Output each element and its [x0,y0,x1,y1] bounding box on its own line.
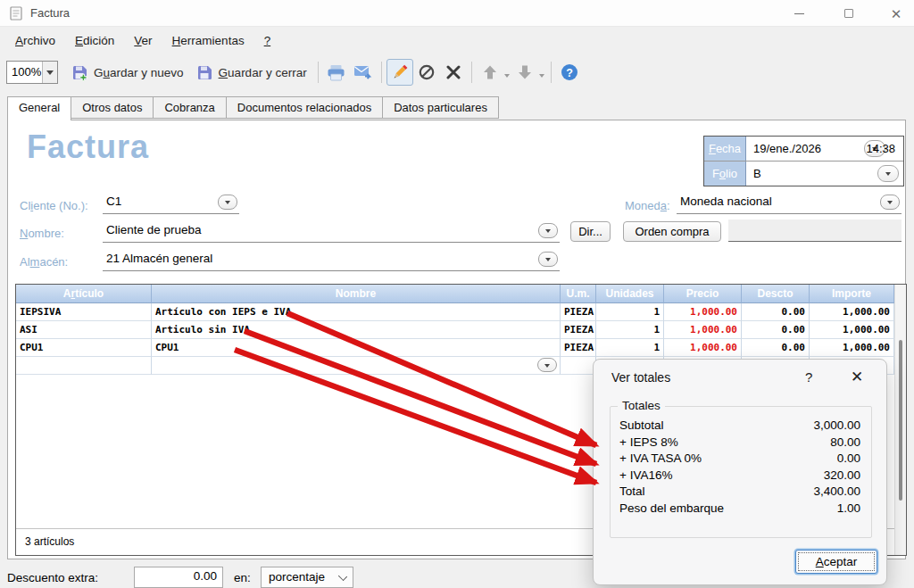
cliente-dropdown-button[interactable] [218,195,237,210]
fecha-field[interactable]: 19/ene./2026 14:38 [746,137,903,161]
cell-nombre[interactable]: Artículo con IEPS e IVA [152,303,561,321]
cell-importe[interactable]: 1,000.00 [810,303,894,321]
edit-pencil-icon [391,63,409,81]
nombre-field[interactable]: Cliente de prueba [103,219,560,243]
menu-bar: Archivo Edición Ver Herramientas ? [0,29,280,54]
dialog-help-button[interactable]: ? [805,369,812,385]
col-descto[interactable]: Descto [742,285,810,303]
cell-um[interactable]: PIEZA [561,303,596,321]
col-articulo[interactable]: Artículo [16,285,152,303]
print-button[interactable] [323,59,350,86]
nombre-cell-dropdown-button[interactable] [537,358,557,372]
dialog-close-button[interactable]: ✕ [851,368,863,386]
menu-herramientas[interactable]: Herramientas [162,29,254,54]
menu-archivo[interactable]: Archivo [5,29,65,54]
cell-um[interactable] [561,357,596,375]
table-row[interactable]: CPU1 CPU1 PIEZA 1 1,000.00 0.00 1,000.00 [16,339,894,357]
cell-importe[interactable]: 1,000.00 [810,321,894,339]
chevron-down-icon [545,258,551,264]
cell-descto[interactable]: 0.00 [742,339,810,357]
mail-send-button[interactable] [350,59,377,86]
tab-datos-particulares[interactable]: Datos particulares [382,96,499,119]
nombre-dropdown-button[interactable] [538,223,558,238]
cancel-button[interactable] [413,59,440,86]
maximize-button[interactable] [828,0,869,27]
cell-articulo[interactable]: ASI [16,321,152,339]
fecha-label: Fecha [704,137,746,161]
moneda-dropdown-button[interactable] [880,195,900,210]
orden-compra-field[interactable] [728,219,902,242]
col-unidades[interactable]: Unidades [596,285,664,303]
close-button[interactable]: ✕ [878,0,914,27]
almacen-dropdown-button[interactable] [538,252,558,267]
cell-nombre[interactable]: CPU1 [152,339,561,357]
cell-articulo[interactable] [16,357,152,375]
cell-articulo[interactable]: IEPSIVA [16,303,152,321]
totales-group-label: Totales [618,399,665,412]
total-row-ieps: + IEPS 8% 80.00 [619,435,860,452]
col-importe[interactable]: Importe [810,285,894,303]
delete-button[interactable] [440,59,467,86]
cell-descto[interactable]: 0.00 [742,321,810,339]
dir-button[interactable]: Dir... [570,221,611,242]
nombre-label: Nombre: [20,227,64,240]
title-bar: Factura ✕ [0,0,914,27]
descuento-tipo-select[interactable]: porcentaje [261,567,353,588]
close-icon: ✕ [891,7,902,21]
aceptar-button[interactable]: Aceptar [795,550,877,574]
save-close-button[interactable]: Guardar y cerrar [190,59,313,86]
ver-totales-dialog: Ver totales ? ✕ Totales Subtotal 3,000.0… [593,359,887,585]
zoom-combo[interactable]: 100% [6,61,58,84]
cell-unidades[interactable]: 1 [596,339,664,357]
moneda-field[interactable]: Moneda nacional [677,191,902,214]
menu-ayuda[interactable]: ? [254,29,281,54]
almacen-field[interactable]: 21 Almacén general [103,248,560,271]
cell-precio[interactable]: 1,000.00 [664,339,742,357]
folio-label: Folio [704,161,746,186]
col-precio[interactable]: Precio [664,285,742,303]
table-row[interactable]: ASI Articulo sin IVA PIEZA 1 1,000.00 0.… [16,321,894,339]
menu-ver[interactable]: Ver [124,29,162,54]
move-down-dropdown-icon[interactable] [539,74,544,80]
help-button[interactable]: ? [556,59,583,86]
cell-um[interactable]: PIEZA [561,321,596,339]
cell-precio[interactable]: 1,000.00 [664,303,742,321]
tab-cobranza[interactable]: Cobranza [153,96,226,119]
cell-unidades[interactable]: 1 [596,321,664,339]
descuento-extra-input[interactable]: 0.00 [134,567,223,588]
total-value: 0.00 [837,451,860,468]
save-new-button[interactable]: Guardar y nuevo [65,59,190,86]
print-icon [327,64,345,81]
menu-edicion[interactable]: Edición [65,29,124,54]
cell-unidades[interactable]: 1 [596,303,664,321]
col-um[interactable]: U.m. [561,285,596,303]
folio-dropdown-button[interactable] [877,165,899,182]
cell-um[interactable]: PIEZA [561,339,596,357]
minimize-button[interactable] [778,0,819,27]
tab-general[interactable]: General [7,96,71,120]
scrollbar-thumb[interactable] [899,340,902,501]
cell-nombre[interactable] [152,357,561,375]
chevron-down-icon [887,201,893,207]
table-row[interactable]: IEPSIVA Artículo con IEPS e IVA PIEZA 1 … [16,303,894,321]
cell-articulo[interactable]: CPU1 [16,339,152,357]
cell-descto[interactable]: 0.00 [742,303,810,321]
page-title: Factura [27,128,149,166]
col-nombre[interactable]: Nombre [152,285,561,303]
folio-field[interactable]: B [746,161,903,186]
edit-pencil-button[interactable] [386,59,413,86]
dialog-title: Ver totales [611,370,670,385]
move-up-button[interactable] [477,59,503,86]
orden-compra-button[interactable]: Orden compra [623,221,721,242]
move-up-dropdown-icon[interactable] [504,74,510,80]
tab-documentos-relacionados[interactable]: Documentos relacionados [226,96,383,119]
cell-nombre[interactable]: Articulo sin IVA [152,321,561,339]
cell-precio[interactable]: 1,000.00 [664,321,742,339]
move-down-button[interactable] [511,59,538,86]
tab-otros-datos[interactable]: Otros datos [71,96,154,119]
grid-vertical-scrollbar[interactable] [894,285,906,555]
descuento-extra-label: Descuento extra: [7,571,98,584]
cell-importe[interactable]: 1,000.00 [810,339,894,357]
zoom-dropdown-button[interactable] [42,62,57,83]
cliente-field[interactable]: C1 [103,191,239,214]
